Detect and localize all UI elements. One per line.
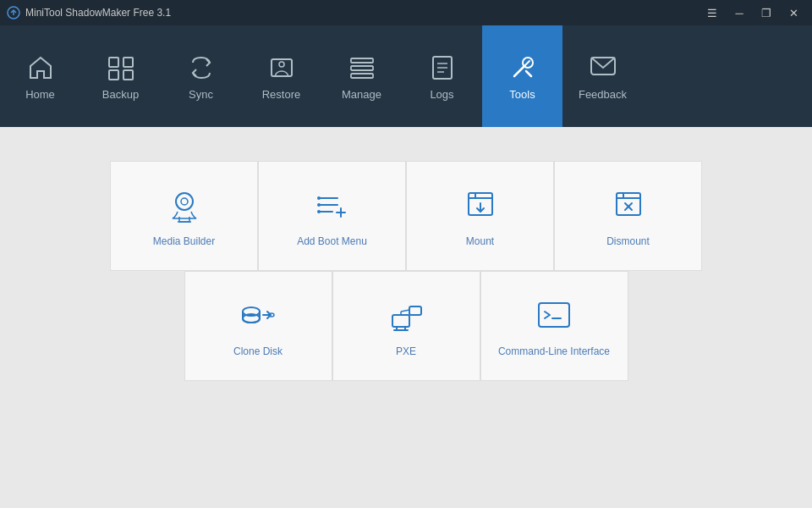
- tool-media-builder[interactable]: Media Builder: [110, 161, 258, 271]
- restore-icon: [266, 52, 297, 83]
- svg-point-25: [317, 210, 321, 213]
- nav-label-feedback: Feedback: [579, 88, 627, 101]
- app-title: MiniTool ShadowMaker Free 3.1: [25, 7, 171, 19]
- sync-icon: [186, 52, 217, 83]
- svg-rect-3: [109, 70, 118, 80]
- main-content: Media Builder Add Boot Menu: [0, 127, 812, 508]
- tool-add-boot-menu[interactable]: Add Boot Menu: [258, 161, 406, 271]
- svg-rect-33: [392, 315, 409, 327]
- tool-label-dismount: Dismount: [606, 235, 650, 247]
- svg-rect-9: [351, 66, 373, 70]
- tool-command-line-interface[interactable]: Command-Line Interface: [480, 271, 628, 381]
- nav-label-sync: Sync: [189, 88, 213, 101]
- mount-icon: [460, 185, 501, 225]
- titlebar: MiniTool ShadowMaker Free 3.1 ☰ ─ ❐ ✕: [0, 0, 812, 25]
- tool-pxe[interactable]: PXE: [332, 271, 480, 381]
- svg-rect-1: [109, 58, 118, 67]
- svg-rect-34: [409, 306, 421, 315]
- svg-point-21: [317, 196, 321, 200]
- nav-label-backup: Backup: [102, 88, 139, 101]
- svg-line-16: [526, 71, 531, 76]
- tool-clone-disk[interactable]: Clone Disk: [184, 271, 332, 381]
- tool-label-clone-disk: Clone Disk: [233, 345, 283, 357]
- media-builder-icon: [164, 185, 205, 225]
- nav-label-manage: Manage: [342, 88, 381, 101]
- svg-rect-10: [351, 74, 373, 78]
- tool-dismount[interactable]: Dismount: [554, 161, 702, 271]
- tools-row-1: Media Builder Add Boot Menu: [110, 161, 702, 271]
- nav-item-manage[interactable]: Manage: [321, 25, 402, 127]
- nav-label-restore: Restore: [262, 88, 301, 101]
- command-line-icon: [534, 295, 574, 335]
- svg-line-36: [401, 310, 409, 312]
- svg-rect-2: [123, 58, 133, 67]
- nav-label-tools: Tools: [509, 88, 535, 101]
- nav-item-logs[interactable]: Logs: [402, 25, 482, 127]
- svg-rect-40: [539, 303, 569, 327]
- nav-item-feedback[interactable]: Feedback: [562, 25, 643, 127]
- svg-point-7: [279, 62, 284, 67]
- logs-icon: [427, 52, 458, 83]
- titlebar-left: MiniTool ShadowMaker Free 3.1: [7, 6, 171, 19]
- nav-item-home[interactable]: Home: [0, 25, 80, 127]
- nav-label-home: Home: [25, 88, 55, 101]
- minimize-button[interactable]: ─: [727, 4, 751, 21]
- app-logo-icon: [7, 6, 20, 19]
- backup-icon: [106, 52, 136, 83]
- home-icon: [25, 52, 56, 83]
- nav-item-backup[interactable]: Backup: [80, 25, 161, 127]
- svg-point-18: [176, 193, 193, 210]
- tools-container: Media Builder Add Boot Menu: [34, 161, 778, 381]
- tool-label-command-line: Command-Line Interface: [498, 345, 610, 357]
- feedback-icon: [588, 52, 618, 83]
- tool-label-mount: Mount: [466, 235, 494, 247]
- nav-item-sync[interactable]: Sync: [161, 25, 241, 127]
- clone-disk-icon: [238, 295, 278, 335]
- menu-button[interactable]: ☰: [700, 4, 724, 21]
- tool-label-add-boot-menu: Add Boot Menu: [297, 235, 367, 247]
- tool-label-media-builder: Media Builder: [153, 235, 215, 247]
- close-button[interactable]: ✕: [782, 4, 805, 21]
- nav-item-tools[interactable]: Tools: [482, 25, 562, 127]
- add-boot-menu-icon: [312, 185, 353, 225]
- svg-rect-4: [123, 70, 133, 80]
- svg-point-19: [181, 198, 188, 205]
- nav-label-logs: Logs: [430, 88, 453, 101]
- navbar: Home Backup Sync Restore: [0, 25, 812, 127]
- manage-icon: [347, 52, 377, 83]
- pxe-icon: [386, 295, 426, 335]
- restore-button[interactable]: ❐: [754, 4, 778, 21]
- tools-row-2: Clone Disk PXE: [184, 271, 628, 381]
- svg-point-23: [317, 203, 321, 207]
- tool-mount[interactable]: Mount: [406, 161, 554, 271]
- dismount-icon: [608, 185, 649, 225]
- nav-item-restore[interactable]: Restore: [241, 25, 321, 127]
- tool-label-pxe: PXE: [396, 345, 416, 357]
- tools-icon: [508, 52, 538, 83]
- svg-rect-8: [351, 58, 373, 63]
- titlebar-controls: ☰ ─ ❐ ✕: [700, 4, 805, 21]
